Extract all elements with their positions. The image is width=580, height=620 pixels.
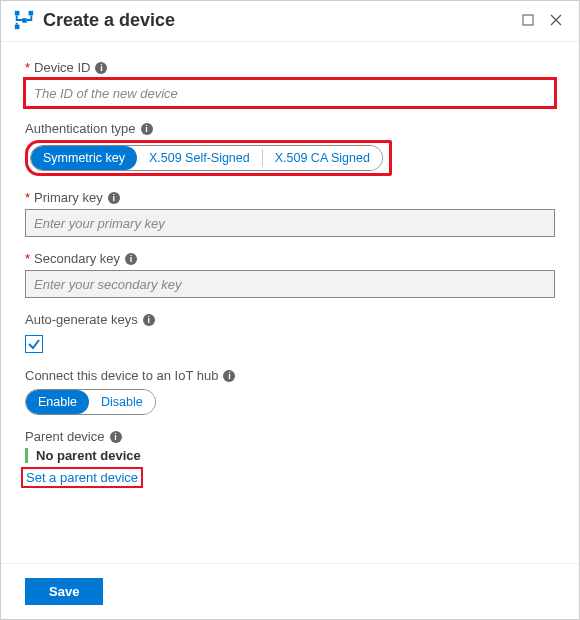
set-parent-link[interactable]: Set a parent device [26,470,138,485]
info-icon[interactable]: i [125,253,137,265]
panel-body: * Device ID i Authentication type i Symm… [1,42,579,563]
panel-title: Create a device [43,10,511,31]
device-icon [13,9,35,31]
restore-button[interactable] [517,9,539,31]
primary-key-input[interactable] [25,209,555,237]
auth-type-segmented: Symmetric key X.509 Self-Signed X.509 CA… [30,145,383,171]
auth-type-label: Authentication type [25,121,136,136]
svg-rect-3 [22,18,27,23]
auto-generate-checkbox[interactable] [25,335,43,353]
svg-rect-1 [29,11,34,16]
info-icon[interactable]: i [223,370,235,382]
auto-generate-field: Auto-generate keys i [25,312,555,354]
svg-rect-4 [523,15,533,25]
device-id-label: Device ID [34,60,90,75]
parent-device-label: Parent device [25,429,105,444]
connect-hub-field: Connect this device to an IoT hub i Enab… [25,368,555,415]
connect-disable[interactable]: Disable [89,390,155,414]
close-button[interactable] [545,9,567,31]
info-icon[interactable]: i [143,314,155,326]
auth-option-symmetric[interactable]: Symmetric key [31,146,137,170]
auth-option-casigned[interactable]: X.509 CA Signed [263,146,382,170]
device-id-field: * Device ID i [25,60,555,107]
primary-key-label: Primary key [34,190,103,205]
auto-generate-label: Auto-generate keys [25,312,138,327]
secondary-key-label: Secondary key [34,251,120,266]
secondary-key-field: * Secondary key i [25,251,555,298]
auth-type-field: Authentication type i Symmetric key X.50… [25,121,555,176]
connect-hub-label: Connect this device to an IoT hub [25,368,218,383]
required-marker: * [25,251,30,266]
parent-device-block: No parent device [25,448,555,463]
connect-hub-toggle: Enable Disable [25,389,156,415]
device-id-input[interactable] [25,79,555,107]
secondary-key-input[interactable] [25,270,555,298]
panel-header: Create a device [1,1,579,42]
required-marker: * [25,60,30,75]
primary-key-field: * Primary key i [25,190,555,237]
save-button[interactable]: Save [25,578,103,605]
panel-footer: Save [1,563,579,619]
info-icon[interactable]: i [141,123,153,135]
info-icon[interactable]: i [110,431,122,443]
parent-device-value: No parent device [36,448,555,463]
info-icon[interactable]: i [95,62,107,74]
svg-rect-2 [15,25,20,30]
auth-option-selfsigned[interactable]: X.509 Self-Signed [137,146,262,170]
create-device-panel: Create a device * Device ID i Authentica… [0,0,580,620]
info-icon[interactable]: i [108,192,120,204]
svg-rect-0 [15,11,20,16]
required-marker: * [25,190,30,205]
parent-device-field: Parent device i No parent device Set a p… [25,429,555,488]
connect-enable[interactable]: Enable [26,390,89,414]
